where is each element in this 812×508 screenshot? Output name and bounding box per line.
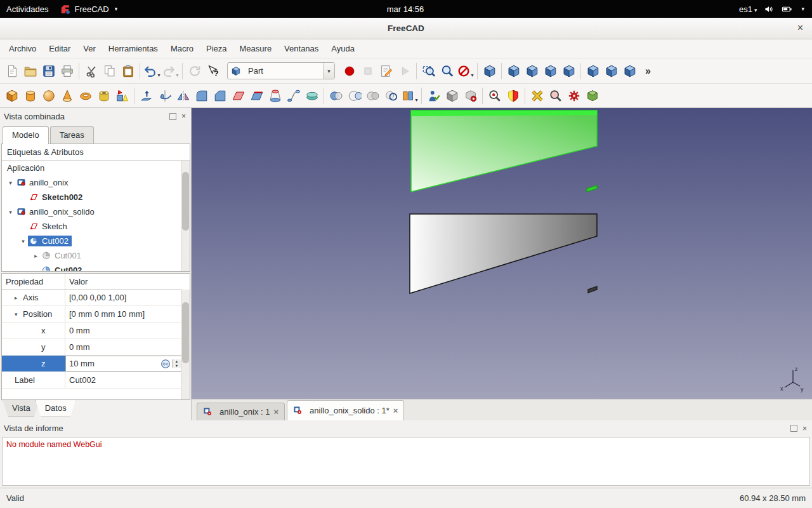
property-row-label[interactable]: LabelCut002 [2, 372, 181, 389]
tab-modelo[interactable]: Modelo [3, 126, 49, 144]
3d-viewport[interactable]: zxy [192, 108, 812, 399]
open-document-button[interactable] [21, 62, 39, 81]
view-top-button[interactable] [523, 62, 541, 81]
ruled-surface-button[interactable] [247, 86, 266, 105]
color-per-face-button[interactable] [504, 86, 522, 105]
menu-pieza[interactable]: Pieza [200, 41, 233, 56]
view-left-button[interactable] [602, 62, 620, 81]
property-row-axis[interactable]: ▸Axis[0,00 0,00 1,00] [2, 290, 181, 306]
menu-measure[interactable]: Measure [233, 41, 278, 56]
paste-button[interactable] [119, 62, 137, 81]
tree-item-cut002[interactable]: ▾Cut002 [2, 234, 181, 248]
mirror-button[interactable] [174, 86, 192, 105]
sweep-button[interactable] [284, 86, 303, 105]
property-value-cell[interactable]: 10 mmf(x)▴▾ [65, 356, 181, 371]
property-value-cell[interactable]: [0 mm 0 mm 10 mm] [65, 306, 181, 322]
whats-this-button[interactable]: ? [204, 62, 222, 81]
app-menu-button[interactable]: FreeCAD ▾ [60, 4, 117, 15]
copy-button[interactable] [100, 62, 119, 81]
tree-item-anillo-onix[interactable]: ▾anillo_onix [2, 175, 181, 190]
draw-style-button[interactable]: ▾ [456, 62, 475, 81]
view-right-button[interactable] [541, 62, 560, 81]
fit-selection-button[interactable] [438, 62, 456, 81]
toolbar-overflow-button[interactable]: » [639, 62, 657, 81]
tree-item-sketch[interactable]: Sketch [2, 219, 181, 234]
tab-vista[interactable]: Vista [3, 400, 40, 417]
fillet-button[interactable] [192, 86, 211, 105]
macro-record-button[interactable] [340, 62, 358, 81]
menu-ayuda[interactable]: Ayuda [325, 41, 361, 56]
menu-archivo[interactable]: Archivo [3, 41, 43, 56]
sphere-button[interactable] [39, 86, 58, 105]
expander-icon[interactable]: ▸ [15, 295, 23, 301]
property-row-x[interactable]: x0 mm [2, 323, 181, 339]
spinbox-arrows[interactable]: ▴▾ [172, 359, 181, 368]
menu-macro[interactable]: Macro [164, 41, 200, 56]
extrude-button[interactable] [137, 86, 155, 105]
redo-dropdown-arrow[interactable]: ▾ [176, 72, 178, 81]
tree-item-aplicaci-n[interactable]: Aplicación [2, 161, 181, 175]
battery-icon[interactable] [782, 4, 792, 15]
macro-play-button[interactable] [395, 62, 414, 81]
tab-close-icon[interactable]: × [274, 407, 279, 417]
print-document-button[interactable] [58, 62, 76, 81]
property-value-cell[interactable]: 0 mm [65, 339, 181, 355]
shape-builder-button[interactable] [113, 86, 131, 105]
measure-angular-button[interactable] [546, 86, 565, 105]
expander-icon[interactable]: ▾ [6, 180, 15, 186]
window-close-button[interactable]: × [797, 22, 803, 34]
activities-button[interactable]: Actividades [6, 4, 48, 14]
tree-scrollbar[interactable] [181, 161, 190, 271]
keyboard-layout-button[interactable]: es1▾ [739, 4, 757, 14]
boolean-operation-button[interactable] [327, 86, 345, 105]
undo-button[interactable]: ▾ [143, 62, 161, 81]
tree-item-cut002[interactable]: Cut002 [2, 263, 181, 271]
tree-scrollbar-thumb[interactable] [182, 172, 189, 231]
tab-tareas[interactable]: Tareas [50, 126, 94, 144]
cylinder-button[interactable] [21, 86, 39, 105]
section-button[interactable] [303, 86, 321, 105]
view-front-button[interactable] [504, 62, 523, 81]
join-features-button[interactable]: ▾ [400, 86, 419, 105]
menu-herramientas[interactable]: Herramientas [102, 41, 164, 56]
measure-linear-button[interactable] [528, 86, 546, 105]
workbench-dropdown-arrow[interactable]: ▾ [323, 63, 334, 79]
tree-item-anillo-onix-solido[interactable]: ▾anillo_onix_solido [2, 204, 181, 219]
property-row-z[interactable]: z10 mmf(x)▴▾ [2, 356, 181, 372]
system-menu-caret-icon[interactable]: ▾ [801, 6, 804, 12]
cut-button[interactable] [82, 62, 100, 81]
spin-down-icon[interactable]: ▾ [173, 364, 181, 368]
expression-editor-icon[interactable]: f(x) [160, 359, 171, 369]
chamfer-button[interactable] [211, 86, 229, 105]
clock[interactable]: mar 14:56 [387, 4, 424, 14]
tree-item-cut001[interactable]: ▸Cut001 [2, 248, 181, 263]
revolve-button[interactable] [155, 86, 174, 105]
check-geometry-button[interactable] [424, 86, 443, 105]
view-rear-button[interactable] [560, 62, 578, 81]
solid-sliver[interactable] [588, 286, 597, 293]
tree-item-sketch002[interactable]: Sketch002 [2, 190, 181, 204]
expander-icon[interactable]: ▸ [31, 253, 41, 259]
close-report-icon[interactable]: × [802, 425, 807, 432]
document-tab-anillo-onix-solido-1[interactable]: anillo_onix_solido : 1*× [287, 400, 404, 420]
menu-ver[interactable]: Ver [77, 41, 102, 56]
inspect-shape-button[interactable] [485, 86, 504, 105]
boolean-cut-button[interactable] [345, 86, 363, 105]
refresh-button[interactable] [185, 62, 204, 81]
new-document-button[interactable] [3, 62, 21, 81]
property-scrollbar-thumb[interactable] [182, 302, 189, 363]
boolean-intersection-button[interactable] [382, 86, 400, 105]
selected-wedge[interactable] [411, 110, 597, 192]
view-isometric-button[interactable] [480, 62, 499, 81]
property-value-cell[interactable]: 0 mm [65, 323, 181, 338]
menu-ventanas[interactable]: Ventanas [278, 41, 325, 56]
torus-button[interactable] [76, 86, 95, 105]
loft-button[interactable] [266, 86, 284, 105]
measure-clear-all-button[interactable] [565, 86, 583, 105]
expander-icon[interactable]: ▾ [6, 209, 15, 215]
draw-style-dropdown-arrow[interactable]: ▾ [471, 72, 473, 81]
property-scrollbar[interactable] [181, 290, 190, 399]
property-value-cell[interactable]: Cut002 [65, 372, 181, 388]
document-tab-anillo-onix-1[interactable]: anillo_onix : 1× [197, 403, 285, 420]
volume-icon[interactable] [764, 4, 775, 15]
